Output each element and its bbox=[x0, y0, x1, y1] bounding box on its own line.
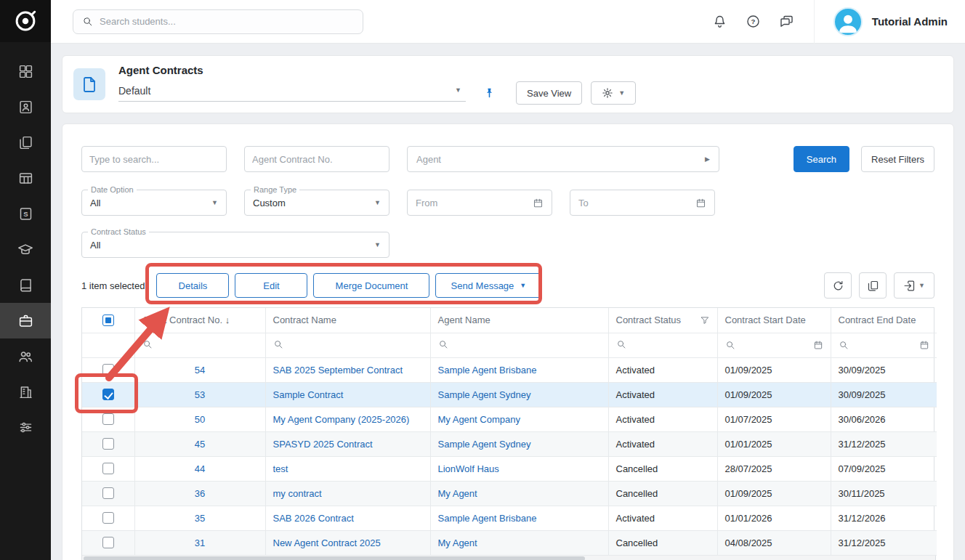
contract-no-link[interactable]: 54 bbox=[195, 365, 205, 376]
sidebar-item-courses[interactable] bbox=[0, 232, 51, 267]
sidebar-item-settings[interactable] bbox=[0, 410, 51, 445]
sidebar-item-contacts[interactable] bbox=[0, 89, 51, 125]
send-message-button[interactable]: Send Message▼ bbox=[435, 273, 541, 298]
range-type-select[interactable]: Range Type Custom ▼ bbox=[244, 190, 389, 216]
view-select[interactable]: Default ▼ bbox=[118, 85, 466, 102]
row-checkbox[interactable] bbox=[102, 389, 114, 400]
header-agent-name[interactable]: Agent Name bbox=[430, 308, 608, 333]
contract-no-link[interactable]: 36 bbox=[195, 488, 205, 499]
gear-icon bbox=[602, 87, 613, 99]
contract-no-filter-input[interactable] bbox=[244, 146, 389, 172]
search-input[interactable] bbox=[100, 16, 354, 27]
date-option-select[interactable]: Date Option All ▼ bbox=[81, 190, 227, 216]
row-checkbox[interactable] bbox=[102, 413, 114, 425]
agent-name-link[interactable]: My Agent bbox=[438, 537, 477, 548]
sidebar-item-dashboard[interactable] bbox=[0, 54, 51, 89]
row-checkbox[interactable] bbox=[102, 487, 114, 499]
table-row[interactable]: 35 SAB 2026 Contract Sample Agent Brisba… bbox=[82, 506, 937, 530]
app-logo[interactable] bbox=[0, 0, 51, 42]
calendar-icon[interactable] bbox=[919, 340, 929, 350]
row-checkbox[interactable] bbox=[102, 438, 114, 450]
agent-name-link[interactable]: My Agent Company bbox=[438, 414, 520, 425]
calendar-icon[interactable] bbox=[813, 340, 823, 350]
export-button[interactable]: ▼ bbox=[894, 272, 934, 299]
contract-status-select[interactable]: Contract Status All ▼ bbox=[81, 232, 389, 258]
contract-no-link[interactable]: 45 bbox=[195, 439, 205, 450]
sidebar-item-invoices[interactable]: S bbox=[0, 196, 51, 232]
refresh-button[interactable] bbox=[824, 272, 852, 299]
agent-name-link[interactable]: Sample Agent Sydney bbox=[438, 389, 531, 400]
table-row[interactable]: 50 My Agent Company (2025-2026) My Agent… bbox=[82, 407, 937, 431]
horizontal-scrollbar[interactable] bbox=[81, 556, 936, 560]
agent-name-link[interactable]: Sample Agent Sydney bbox=[438, 439, 531, 450]
edit-button[interactable]: Edit bbox=[235, 273, 307, 298]
table-row[interactable]: 36 my contract My Agent Cancelled 01/09/… bbox=[82, 481, 937, 506]
contract-name-link[interactable]: My Agent Company (2025-2026) bbox=[273, 414, 410, 425]
header-contract-status[interactable]: Contract Status bbox=[608, 308, 717, 333]
contract-name-link[interactable]: test bbox=[273, 463, 288, 474]
agent-name-link[interactable]: My Agent bbox=[438, 488, 477, 499]
notifications-button[interactable] bbox=[703, 7, 737, 37]
copy-button[interactable] bbox=[859, 272, 887, 299]
contract-no-link[interactable]: 44 bbox=[195, 463, 205, 474]
filter-cell-end-date[interactable] bbox=[831, 333, 937, 357]
contract-no-link[interactable]: 31 bbox=[195, 537, 205, 548]
sidebar-item-library[interactable] bbox=[0, 267, 51, 303]
contract-no-link[interactable]: 53 bbox=[195, 389, 205, 400]
table-row-selected[interactable]: 53 Sample Contract Sample Agent Sydney A… bbox=[82, 382, 937, 407]
contract-no-link[interactable]: 35 bbox=[195, 513, 205, 524]
contract-name-link[interactable]: SAB 2025 September Contract bbox=[273, 365, 403, 376]
contract-name-link[interactable]: Sample Contract bbox=[273, 389, 344, 400]
details-button[interactable]: Details bbox=[156, 273, 229, 298]
search-button[interactable]: Search bbox=[794, 146, 849, 172]
select-all-header[interactable] bbox=[82, 308, 134, 333]
global-search[interactable] bbox=[73, 9, 363, 34]
header-start-date[interactable]: Contract Start Date bbox=[717, 308, 831, 333]
contract-name-link[interactable]: New Agent Contract 2025 bbox=[273, 537, 381, 548]
save-view-button[interactable]: Save View bbox=[516, 81, 582, 105]
filter-funnel-icon[interactable] bbox=[700, 315, 710, 325]
row-checkbox[interactable] bbox=[102, 463, 114, 474]
date-option-label: Date Option bbox=[88, 185, 137, 194]
agent-name-link[interactable]: LionWolf Haus bbox=[438, 463, 499, 474]
row-checkbox[interactable] bbox=[102, 512, 114, 524]
filter-cell-contract-name[interactable] bbox=[265, 333, 430, 357]
agent-name-link[interactable]: Sample Agent Brisbane bbox=[438, 365, 537, 376]
agent-name-link[interactable]: Sample Agent Brisbane bbox=[438, 513, 537, 524]
header-end-date[interactable]: Contract End Date bbox=[831, 308, 937, 333]
pin-view-button[interactable] bbox=[483, 87, 496, 100]
row-checkbox[interactable] bbox=[102, 537, 114, 548]
header-contract-name[interactable]: Contract Name bbox=[265, 308, 430, 333]
table-row[interactable]: 45 SPASYD 2025 Contract Sample Agent Syd… bbox=[82, 431, 937, 456]
messages-button[interactable] bbox=[770, 7, 804, 37]
table-row[interactable]: 44 test LionWolf Haus Cancelled 28/07/20… bbox=[82, 456, 937, 481]
table-row[interactable]: 54 SAB 2025 September Contract Sample Ag… bbox=[82, 357, 937, 382]
user-menu[interactable]: Tutorial Admin bbox=[814, 0, 965, 44]
filter-cell-status[interactable] bbox=[608, 333, 717, 357]
filter-cell-agent-name[interactable] bbox=[430, 333, 608, 357]
row-checkbox[interactable] bbox=[102, 364, 114, 376]
from-date-input[interactable]: From bbox=[407, 190, 552, 216]
sidebar-item-documents[interactable] bbox=[0, 125, 51, 161]
filter-cell-start-date[interactable] bbox=[717, 333, 831, 357]
contract-no-link[interactable]: 50 bbox=[195, 414, 205, 425]
header-contract-no[interactable]: Agent Contract No. ↓ bbox=[134, 308, 265, 333]
sidebar-item-organisation[interactable] bbox=[0, 374, 51, 410]
merge-document-button[interactable]: Merge Document bbox=[313, 273, 429, 298]
table-row[interactable]: 31 New Agent Contract 2025 My Agent Canc… bbox=[82, 530, 937, 555]
sidebar-item-agents[interactable] bbox=[0, 303, 51, 338]
select-all-checkbox[interactable] bbox=[102, 315, 114, 326]
contract-name-link[interactable]: my contract bbox=[273, 488, 322, 499]
agent-filter-combo[interactable]: Agent ▶ bbox=[407, 146, 719, 172]
scrollbar-thumb[interactable] bbox=[84, 556, 585, 560]
filter-cell-contract-no[interactable] bbox=[134, 333, 265, 357]
contract-name-link[interactable]: SAB 2026 Contract bbox=[273, 513, 354, 524]
sidebar-item-staff[interactable] bbox=[0, 338, 51, 374]
sidebar-item-reports[interactable] bbox=[0, 161, 51, 196]
keyword-filter-input[interactable] bbox=[81, 146, 227, 172]
to-date-input[interactable]: To bbox=[570, 190, 715, 216]
reset-filters-button[interactable]: Reset Filters bbox=[861, 146, 934, 172]
contract-name-link[interactable]: SPASYD 2025 Contract bbox=[273, 439, 373, 450]
help-button[interactable]: ? bbox=[737, 7, 770, 37]
view-settings-button[interactable]: ▼ bbox=[591, 81, 636, 105]
